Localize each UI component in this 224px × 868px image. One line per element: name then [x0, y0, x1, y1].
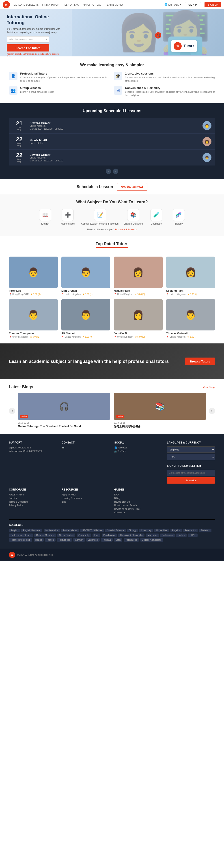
tutor-card[interactable]: 👩 Seojung Park 📍United Kingdom ★5.00 (0) — [166, 256, 215, 296]
badge-text: Tutors — [184, 44, 194, 48]
footer-subject-tag[interactable]: Physics — [170, 529, 182, 532]
footer-subject-tag[interactable]: UHNL — [188, 533, 198, 537]
footer-subject-tag[interactable]: Proficiency — [160, 533, 175, 537]
browse-all-subjects-link[interactable]: Browse All Subjects — [115, 228, 137, 231]
subject-english[interactable]: 📖 English — [36, 209, 54, 225]
lesson-row[interactable]: 22 Wed May Edward Grimer United Kingdom … — [9, 150, 215, 165]
corporate-privacy[interactable]: Privacy Policy — [9, 504, 57, 507]
subject-english-lit[interactable]: 📚 English Literature — [124, 209, 143, 225]
footer-subject-tag[interactable]: English Literature — [21, 529, 42, 532]
currency-select[interactable]: USD — [167, 454, 215, 460]
footer-subject-tag[interactable]: Portuguese — [124, 538, 139, 541]
corporate-investor[interactable]: Investor — [9, 497, 57, 499]
footer-subject-tag[interactable]: Theology & Philosophy — [118, 533, 144, 537]
footer-subject-tag[interactable]: Spanish Science — [105, 529, 126, 532]
nav-earn[interactable]: EARN MONEY — [107, 3, 124, 6]
schedule-cta-text: Schedule a Lesson — [77, 184, 113, 189]
get-started-btn[interactable]: Get Started Now! — [117, 183, 147, 190]
blog-card[interactable]: 🎧 Online 2019-10-28 Online Tutoring - Th… — [18, 393, 110, 429]
browse-tutors-btn[interactable]: Browse Tutors — [185, 358, 215, 365]
signin-button[interactable]: SIGN IN — [185, 2, 201, 7]
lang-selector[interactable]: 🌐 EN - USD ▾ — [164, 3, 181, 6]
nav-apply[interactable]: APPLY TO TEACH — [83, 3, 104, 6]
lesson-row[interactable]: 21 Tue May Edward Grimer United Kingdom … — [9, 118, 215, 134]
footer-subject-tag[interactable]: Portuguese — [57, 538, 72, 541]
prev-btn[interactable]: ‹ — [106, 168, 111, 174]
guide-online-tutor[interactable]: How to be an Online Tutor — [114, 508, 162, 510]
feature-desc: Choose from our a myriad of professional… — [20, 76, 110, 83]
guide-contact[interactable]: Contact Us — [114, 512, 162, 514]
tutor-card[interactable]: 👨 Thomas Thompson 📍United Kingdom ★5.00 … — [9, 299, 58, 338]
footer-subject-tag[interactable]: Japanese — [86, 538, 100, 541]
footer-subject-tag[interactable]: Professional Studies — [9, 533, 33, 537]
tutor-card[interactable]: 👨 Terry Lau 📍Hong Kong SAR ★5.00 (0) — [9, 256, 58, 296]
nav-help[interactable]: HELP OR FAQ — [63, 3, 79, 6]
footer-subject-tag[interactable]: Chemistry — [139, 529, 153, 532]
footer-subject-tag[interactable]: Economics — [183, 529, 198, 532]
tutor-rating: ★5.00 (0) — [82, 336, 92, 338]
tutor-rating: ★5.00 (1) — [82, 293, 92, 296]
corporate-about[interactable]: About W Tutors — [9, 493, 57, 496]
footer-subject-tag[interactable]: Health — [34, 538, 44, 541]
tutor-location: 📍United Kingdom — [114, 336, 133, 338]
footer-subject-tag[interactable]: Chinese Mandarin — [34, 533, 56, 537]
footer-subject-tag[interactable]: German — [73, 538, 85, 541]
footer-subject-tag[interactable]: Social Studies — [57, 533, 75, 537]
footer-subject-tag[interactable]: Latin — [114, 538, 122, 541]
social-youtube[interactable]: 📺 YouTube — [114, 450, 162, 453]
footer-divider — [9, 519, 215, 520]
next-btn[interactable]: › — [113, 168, 118, 174]
subject-college-essay[interactable]: 📝 College Essay/Personal Statement — [81, 209, 119, 225]
view-blogs-link[interactable]: View Blogs — [203, 386, 215, 389]
resources-learning[interactable]: Learning Resources — [62, 497, 110, 499]
footer-subject-tag[interactable]: Geography — [77, 533, 91, 537]
subscribe-btn[interactable]: Subscribe — [167, 477, 215, 484]
tutor-card[interactable]: 👩 Jennifer D. 📍United Kingdom ★5.00 (2) — [114, 299, 163, 338]
signup-button[interactable]: SIGN UP — [204, 2, 221, 7]
support-phone[interactable]: WhatsApp/WeChat: 86-21835302 — [9, 450, 57, 453]
subject-biology[interactable]: 🧬 Biology — [170, 209, 188, 225]
footer-subject-tag[interactable]: Further Maths — [61, 529, 79, 532]
lesson-row[interactable]: 22 Wed May Nicole McAll United States 👩 — [9, 134, 215, 150]
nav-find-tutor[interactable]: FIND A TUTOR — [42, 3, 59, 6]
subject-mathematics[interactable]: ➕ Mathematics — [59, 209, 77, 225]
footer-subject-tag[interactable]: English — [9, 529, 20, 532]
footer-subject-tag[interactable]: Mandarin — [146, 533, 159, 537]
footer-subject-tag[interactable]: ISTOMATHS Failure — [80, 529, 104, 532]
footer-subject-tag[interactable]: Psychology — [102, 533, 117, 537]
footer-subject-tag[interactable]: French — [45, 538, 56, 541]
footer-subject-tag[interactable]: Biology — [127, 529, 138, 532]
social-facebook[interactable]: 📘 Facebook — [114, 446, 162, 449]
footer-subject-tag[interactable]: Statistics — [199, 529, 212, 532]
blog-card[interactable]: 📚 Online 2019-11-18 如何上網找到學習機會 — [114, 393, 206, 429]
guide-signup[interactable]: How to Sign Up — [114, 501, 162, 503]
resources-apply[interactable]: Apply to Teach — [62, 493, 110, 496]
guide-lesson-search[interactable]: How to Lesson Search — [114, 504, 162, 507]
footer-subject-tag[interactable]: College Admissions — [140, 538, 163, 541]
footer-subject-tag[interactable]: Mathematics — [44, 529, 60, 532]
corporate-terms[interactable]: Terms & Conditions — [9, 501, 57, 503]
subject-select[interactable]: Select the Subject to Learn ▾ — [7, 36, 49, 42]
tutor-card[interactable]: 👨 Thomas Guizzetti 📍United Kingdom ★5.00… — [166, 299, 215, 338]
carousel-prev-btn[interactable]: ‹ — [9, 408, 15, 414]
carousel-next-btn[interactable]: › — [209, 408, 215, 414]
tutor-card[interactable]: 👩 Natalie Page 📍United Kingdom ★5.00 (0) — [114, 256, 163, 296]
tutor-card[interactable]: 👨 Matt Bryden 📍United Kingdom ★5.00 (1) — [61, 256, 110, 296]
navbar-logo[interactable]: W — [3, 1, 10, 8]
footer-subject-tag[interactable]: Humanities — [154, 529, 169, 532]
blogs-header: Latest Blogs View Blogs — [9, 384, 215, 389]
search-btn[interactable]: Search For Tutors — [7, 44, 49, 52]
footer-subject-tag[interactable]: Finance Mentorship — [9, 538, 32, 541]
tutor-card[interactable]: 👨 Ali Sherazi 📍United Kingdom ★5.00 (0) — [61, 299, 110, 338]
footer-subject-tag[interactable]: Law — [92, 533, 100, 537]
language-select[interactable]: Eng (US) — [167, 446, 215, 453]
nav-explore[interactable]: EXPLORE SUBJECTS — [13, 3, 38, 6]
resources-blog[interactable]: Blog — [62, 501, 110, 503]
newsletter-input[interactable] — [167, 470, 215, 476]
guide-faq[interactable]: FAQ — [114, 493, 162, 496]
footer-subject-tag[interactable]: Russian — [101, 538, 113, 541]
subject-chemistry[interactable]: 🧪 Chemistry — [147, 209, 165, 225]
guide-billing[interactable]: Billing — [114, 497, 162, 499]
footer-subject-tag[interactable]: History — [176, 533, 187, 537]
support-email[interactable]: support@wtutors.com — [9, 446, 57, 449]
